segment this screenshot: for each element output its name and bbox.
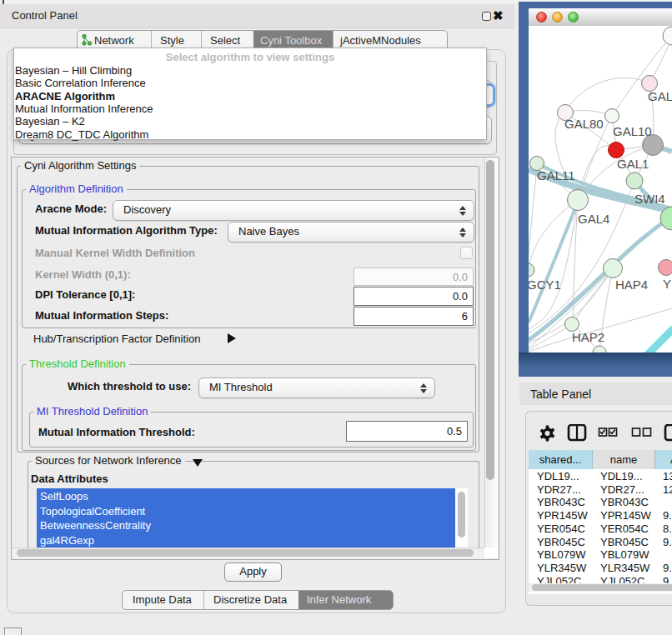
svg-text:GAL4: GAL4	[578, 212, 609, 226]
svg-text:Y: Y	[663, 277, 671, 291]
svg-text:GAL: GAL	[648, 89, 672, 103]
svg-text:GAL11: GAL11	[537, 168, 575, 182]
svg-text:GCY1: GCY1	[529, 278, 561, 292]
svg-text:GAL80: GAL80	[564, 117, 604, 131]
svg-text:HAP2: HAP2	[572, 330, 604, 344]
svg-text:SWI4: SWI4	[634, 192, 665, 206]
svg-text:GAL1: GAL1	[617, 157, 649, 171]
svg-text:GAL10: GAL10	[613, 124, 652, 138]
svg-text:HAP4: HAP4	[615, 278, 648, 292]
